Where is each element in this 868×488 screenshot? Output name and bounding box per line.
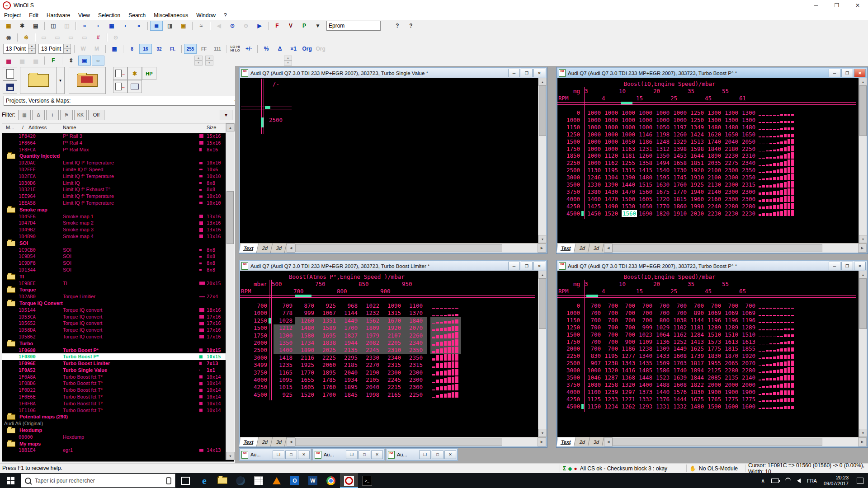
tree-view-icon[interactable]: ≣ — [150, 21, 163, 31]
table-cell[interactable]: 2215 — [383, 384, 401, 391]
table-cell[interactable]: 1195 — [604, 352, 618, 360]
tree-row[interactable]: Potential maps (290) — [2, 413, 226, 420]
tree-row[interactable]: 1C9CB0SOI8x8 — [2, 247, 226, 253]
table-cell[interactable]: 1430 — [604, 188, 618, 196]
table-cell[interactable]: 700 — [708, 302, 721, 310]
window-fill-icon[interactable]: ▣ — [78, 56, 91, 66]
table-cell[interactable]: 2107 — [383, 332, 401, 339]
table-cell[interactable]: 1271 — [622, 396, 635, 403]
table-cell[interactable]: 1745 — [673, 174, 687, 181]
map-window-titlebar[interactable]: IQIAudi Q7 (Audi Q7 3.0 TDI 233 MP+EGR 2… — [240, 261, 546, 271]
map-table-view[interactable]: Boost(IQ,Engine Speed)/mbarmgRPM34101520… — [557, 271, 859, 437]
table-cell[interactable]: 1925 — [296, 361, 314, 369]
hscroll-thumb[interactable] — [613, 438, 822, 446]
table-cell[interactable]: 1775 — [742, 396, 755, 403]
table-cell[interactable]: 1095 — [274, 376, 292, 384]
hscroll-left-icon[interactable]: ◀ — [287, 244, 295, 253]
table-cell[interactable]: 2230 — [708, 210, 721, 217]
tree-row[interactable]: 1F8420P° Rail 315x16 — [2, 133, 226, 140]
table-cell[interactable]: 1080 — [587, 381, 601, 389]
scroll-up-icon[interactable]: ▲ — [538, 271, 547, 279]
bits-32-button[interactable]: 32 — [153, 44, 165, 54]
table-cell[interactable]: 1449 — [673, 345, 687, 352]
row-height-icon[interactable]: ⇕ — [65, 56, 77, 66]
table-cell[interactable]: 700 — [604, 310, 618, 317]
table-cell[interactable]: 1895 — [340, 384, 358, 391]
table-cell[interactable]: 1844 — [690, 374, 704, 381]
filter-size-icon[interactable]: ▥ — [18, 110, 31, 120]
table-cell[interactable]: 1332 — [673, 403, 687, 410]
hscroll-right-icon[interactable]: ▶ — [538, 437, 546, 446]
table-cell[interactable]: 1598 — [690, 145, 704, 153]
map-edit-icon[interactable]: ▭ — [78, 33, 91, 42]
vscroll-thumb[interactable] — [539, 278, 546, 329]
table-cell[interactable]: 1433 — [656, 352, 670, 360]
table-cell[interactable]: 700 — [622, 324, 635, 331]
table-cell[interactable]: 1376 — [656, 396, 670, 403]
table-cell[interactable]: 700 — [673, 310, 687, 317]
table-cell[interactable]: 1510 — [708, 331, 721, 338]
table-cell[interactable]: 1050 — [622, 138, 635, 145]
tree-row[interactable]: 1D321ELimit IQ f° Exhaust T°8x8 — [2, 186, 226, 193]
find-prev-icon[interactable]: ◀ — [212, 21, 225, 31]
table-cell[interactable]: 2300 — [742, 196, 755, 203]
table-cell[interactable]: 1650 — [639, 203, 652, 210]
window-maximize-button[interactable]: □ — [359, 450, 370, 459]
table-cell[interactable]: 1920 — [383, 324, 401, 332]
table-cell[interactable]: 1028 — [274, 317, 292, 324]
table-cell[interactable]: 700 — [725, 302, 738, 310]
table-cell[interactable]: 1196 — [708, 317, 721, 324]
pointer-eye-icon[interactable]: ◉ — [2, 33, 15, 42]
table-cell[interactable]: 1358 — [639, 160, 652, 167]
map-window-titlebar[interactable]: IQIAudi Q7 (Audi Q7 3.0 TDI 233 MP+EGR 2… — [557, 68, 867, 78]
table-cell[interactable]: 2240 — [708, 203, 721, 210]
table-cell[interactable]: 700 — [742, 302, 755, 310]
table-cell[interactable]: 2040 — [340, 369, 358, 376]
taskbar-app-steam[interactable] — [231, 473, 250, 488]
tab-3d[interactable]: 3d — [272, 437, 287, 446]
table-cell[interactable]: 2100 — [708, 174, 721, 181]
table-cell[interactable]: 1480 — [690, 403, 704, 410]
table-cell[interactable]: 1639 — [673, 374, 687, 381]
table-cell[interactable]: 1770 — [656, 203, 670, 210]
tree-row[interactable]: 1D30D6Limit IQ8x8 — [2, 180, 226, 187]
table-cell[interactable]: 1000 — [622, 131, 635, 138]
table-cell[interactable]: 1920 — [742, 352, 755, 360]
window-copy-icon[interactable]: ◫ — [61, 21, 73, 31]
map-list-scrollbar[interactable]: ▲ ▼ — [226, 123, 234, 460]
hscroll-thumb[interactable] — [613, 244, 822, 252]
tree-row[interactable]: Quantity Injected — [2, 153, 226, 160]
table-cell[interactable]: 1630 — [656, 181, 670, 188]
tree-row[interactable]: 1F0800Turbo Boost P*10x15 — [2, 353, 226, 360]
eprom-combo[interactable]: Eprom — [326, 21, 381, 31]
table-cell[interactable]: 1000 — [587, 138, 601, 145]
table-cell[interactable]: 1608 — [673, 352, 687, 360]
connect-icon[interactable]: ≈ — [195, 21, 208, 31]
table-cell[interactable]: 2340 — [383, 354, 401, 361]
table-cell[interactable]: 1573 — [708, 338, 721, 346]
table-cell[interactable]: 1332 — [639, 396, 652, 403]
table-cell[interactable]: 2165 — [383, 391, 401, 399]
table-cell[interactable]: 1300 — [708, 109, 721, 117]
binoculars-grey-icon[interactable]: ⊙ — [240, 21, 252, 31]
table-cell[interactable]: 1494 — [656, 160, 670, 167]
tree-row[interactable]: 1EEA58Limit IQ f° Temperature10x10 — [2, 200, 226, 206]
tree-row[interactable]: 1D4B90Smoke map 413x16 — [2, 233, 226, 240]
table-cell[interactable]: 1090 — [383, 302, 401, 310]
tree-row[interactable]: 1F0D22Turbo Boost fct T°10x14 — [2, 387, 226, 394]
maximize-button[interactable]: ❐ — [826, 0, 847, 11]
window-new-icon[interactable]: ◫ — [47, 21, 60, 31]
table-cell[interactable]: 2350 — [742, 167, 755, 174]
tree-row[interactable]: 1D2DACLimit IQ f° Temperature10x10 — [2, 160, 226, 166]
table-cell[interactable]: 1398 — [673, 145, 687, 153]
nav-next-icon[interactable]: › — [119, 21, 132, 31]
table-cell[interactable]: 700 — [587, 310, 601, 317]
table-cell[interactable]: 1415 — [639, 167, 652, 174]
binoculars-icon[interactable]: ⊙ — [226, 21, 239, 31]
hscroll-right-icon[interactable]: ▶ — [858, 244, 867, 253]
table-cell[interactable]: 2300 — [725, 196, 738, 203]
taskbar-app-spreadsheet[interactable] — [250, 473, 268, 488]
scroll-down-icon[interactable]: ▼ — [859, 429, 867, 437]
table-cell[interactable]: 1608 — [673, 381, 687, 389]
table-cell[interactable]: 1830 — [690, 389, 704, 396]
